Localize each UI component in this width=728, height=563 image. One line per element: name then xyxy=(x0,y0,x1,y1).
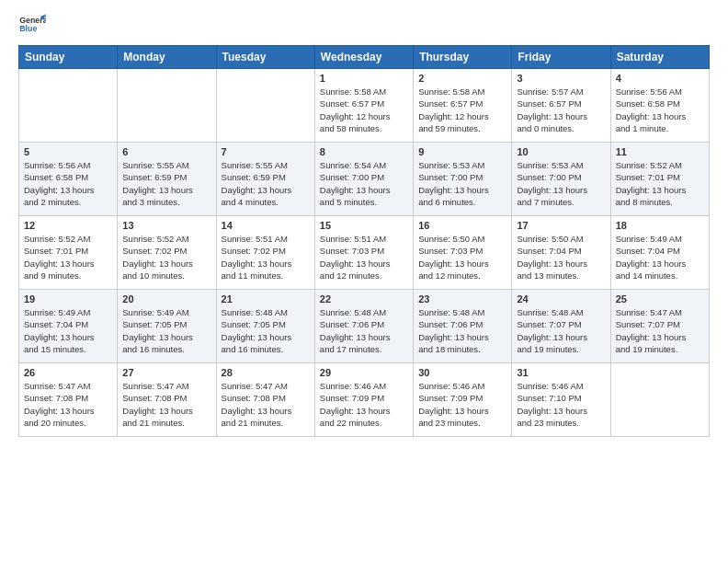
day-info: Sunrise: 5:52 AM Sunset: 7:02 PM Dayligh… xyxy=(122,233,210,282)
calendar-day: 11Sunrise: 5:52 AM Sunset: 7:01 PM Dayli… xyxy=(610,143,709,216)
day-info: Sunrise: 5:47 AM Sunset: 7:08 PM Dayligh… xyxy=(122,380,210,429)
day-info: Sunrise: 5:52 AM Sunset: 7:01 PM Dayligh… xyxy=(616,159,704,208)
day-info: Sunrise: 5:56 AM Sunset: 6:58 PM Dayligh… xyxy=(616,86,704,134)
day-number: 15 xyxy=(320,220,408,231)
calendar-day: 14Sunrise: 5:51 AM Sunset: 7:02 PM Dayli… xyxy=(216,216,314,290)
calendar-day: 23Sunrise: 5:48 AM Sunset: 7:06 PM Dayli… xyxy=(414,290,512,363)
calendar-day xyxy=(216,69,314,143)
weekday-header-monday: Monday xyxy=(118,46,216,69)
weekday-header-saturday: Saturday xyxy=(610,46,709,69)
logo-icon: General Blue xyxy=(18,14,46,34)
calendar-day: 4Sunrise: 5:56 AM Sunset: 6:58 PM Daylig… xyxy=(610,69,709,143)
day-number: 31 xyxy=(517,367,605,378)
day-info: Sunrise: 5:53 AM Sunset: 7:00 PM Dayligh… xyxy=(418,159,506,208)
calendar-day: 6Sunrise: 5:55 AM Sunset: 6:59 PM Daylig… xyxy=(118,143,216,216)
calendar-day: 9Sunrise: 5:53 AM Sunset: 7:00 PM Daylig… xyxy=(414,143,512,216)
weekday-header-tuesday: Tuesday xyxy=(216,46,314,69)
calendar-day: 21Sunrise: 5:48 AM Sunset: 7:05 PM Dayli… xyxy=(216,290,314,363)
calendar-week-4: 19Sunrise: 5:49 AM Sunset: 7:04 PM Dayli… xyxy=(19,290,710,363)
calendar-day: 31Sunrise: 5:46 AM Sunset: 7:10 PM Dayli… xyxy=(512,363,610,437)
weekday-header-wednesday: Wednesday xyxy=(314,46,413,69)
day-number: 16 xyxy=(418,220,506,231)
day-info: Sunrise: 5:51 AM Sunset: 7:02 PM Dayligh… xyxy=(222,233,310,282)
day-number: 22 xyxy=(320,293,408,304)
calendar-week-3: 12Sunrise: 5:52 AM Sunset: 7:01 PM Dayli… xyxy=(19,216,710,290)
day-info: Sunrise: 5:49 AM Sunset: 7:04 PM Dayligh… xyxy=(24,306,112,355)
calendar-day: 20Sunrise: 5:49 AM Sunset: 7:05 PM Dayli… xyxy=(118,290,216,363)
calendar-day: 8Sunrise: 5:54 AM Sunset: 7:00 PM Daylig… xyxy=(314,143,413,216)
day-number: 7 xyxy=(222,146,310,157)
calendar-day: 19Sunrise: 5:49 AM Sunset: 7:04 PM Dayli… xyxy=(19,290,118,363)
calendar-day: 25Sunrise: 5:47 AM Sunset: 7:07 PM Dayli… xyxy=(610,290,709,363)
day-number: 4 xyxy=(616,73,704,84)
page-container: General Blue SundayMondayTuesdayWednesda… xyxy=(0,0,728,451)
day-info: Sunrise: 5:46 AM Sunset: 7:09 PM Dayligh… xyxy=(320,380,408,429)
day-info: Sunrise: 5:47 AM Sunset: 7:08 PM Dayligh… xyxy=(24,380,112,429)
day-info: Sunrise: 5:48 AM Sunset: 7:07 PM Dayligh… xyxy=(517,306,605,355)
day-number: 12 xyxy=(24,220,112,231)
calendar-day: 3Sunrise: 5:57 AM Sunset: 6:57 PM Daylig… xyxy=(512,69,610,143)
calendar-day: 15Sunrise: 5:51 AM Sunset: 7:03 PM Dayli… xyxy=(314,216,413,290)
calendar-day xyxy=(610,363,709,437)
calendar-table: SundayMondayTuesdayWednesdayThursdayFrid… xyxy=(18,45,710,437)
calendar-day: 17Sunrise: 5:50 AM Sunset: 7:04 PM Dayli… xyxy=(512,216,610,290)
calendar-day: 30Sunrise: 5:46 AM Sunset: 7:09 PM Dayli… xyxy=(414,363,512,437)
day-info: Sunrise: 5:48 AM Sunset: 7:05 PM Dayligh… xyxy=(222,306,310,355)
day-number: 30 xyxy=(418,367,506,378)
day-number: 28 xyxy=(222,367,310,378)
day-info: Sunrise: 5:47 AM Sunset: 7:08 PM Dayligh… xyxy=(222,380,310,429)
calendar-day xyxy=(19,69,118,143)
day-info: Sunrise: 5:54 AM Sunset: 7:00 PM Dayligh… xyxy=(320,159,408,208)
calendar-day xyxy=(118,69,216,143)
day-info: Sunrise: 5:48 AM Sunset: 7:06 PM Dayligh… xyxy=(418,306,506,355)
day-number: 20 xyxy=(122,293,210,304)
day-number: 19 xyxy=(24,293,112,304)
day-info: Sunrise: 5:53 AM Sunset: 7:00 PM Dayligh… xyxy=(517,159,605,208)
calendar-day: 26Sunrise: 5:47 AM Sunset: 7:08 PM Dayli… xyxy=(19,363,118,437)
day-info: Sunrise: 5:58 AM Sunset: 6:57 PM Dayligh… xyxy=(418,86,506,134)
day-number: 25 xyxy=(616,293,704,304)
day-info: Sunrise: 5:50 AM Sunset: 7:04 PM Dayligh… xyxy=(517,233,605,282)
day-number: 23 xyxy=(418,293,506,304)
day-info: Sunrise: 5:51 AM Sunset: 7:03 PM Dayligh… xyxy=(320,233,408,282)
svg-marker-3 xyxy=(44,14,46,17)
day-info: Sunrise: 5:52 AM Sunset: 7:01 PM Dayligh… xyxy=(24,233,112,282)
day-number: 11 xyxy=(616,146,704,157)
day-number: 10 xyxy=(517,146,605,157)
calendar-day: 29Sunrise: 5:46 AM Sunset: 7:09 PM Dayli… xyxy=(314,363,413,437)
day-info: Sunrise: 5:55 AM Sunset: 6:59 PM Dayligh… xyxy=(222,159,310,208)
day-info: Sunrise: 5:47 AM Sunset: 7:07 PM Dayligh… xyxy=(616,306,704,355)
calendar-day: 5Sunrise: 5:56 AM Sunset: 6:58 PM Daylig… xyxy=(19,143,118,216)
day-number: 17 xyxy=(517,220,605,231)
day-number: 9 xyxy=(418,146,506,157)
calendar-day: 24Sunrise: 5:48 AM Sunset: 7:07 PM Dayli… xyxy=(512,290,610,363)
day-info: Sunrise: 5:58 AM Sunset: 6:57 PM Dayligh… xyxy=(320,86,408,134)
weekday-header-thursday: Thursday xyxy=(414,46,512,69)
calendar-day: 18Sunrise: 5:49 AM Sunset: 7:04 PM Dayli… xyxy=(610,216,709,290)
day-number: 14 xyxy=(222,220,310,231)
day-number: 21 xyxy=(222,293,310,304)
calendar-day: 13Sunrise: 5:52 AM Sunset: 7:02 PM Dayli… xyxy=(118,216,216,290)
day-number: 18 xyxy=(616,220,704,231)
calendar-day: 7Sunrise: 5:55 AM Sunset: 6:59 PM Daylig… xyxy=(216,143,314,216)
header: General Blue xyxy=(18,14,710,34)
day-number: 13 xyxy=(122,220,210,231)
day-number: 1 xyxy=(320,73,408,84)
day-info: Sunrise: 5:46 AM Sunset: 7:09 PM Dayligh… xyxy=(418,380,506,429)
day-number: 8 xyxy=(320,146,408,157)
logo: General Blue xyxy=(18,14,46,34)
calendar-day: 12Sunrise: 5:52 AM Sunset: 7:01 PM Dayli… xyxy=(19,216,118,290)
calendar-week-1: 1Sunrise: 5:58 AM Sunset: 6:57 PM Daylig… xyxy=(19,69,710,143)
weekday-header-row: SundayMondayTuesdayWednesdayThursdayFrid… xyxy=(19,46,710,69)
day-number: 27 xyxy=(122,367,210,378)
calendar-day: 10Sunrise: 5:53 AM Sunset: 7:00 PM Dayli… xyxy=(512,143,610,216)
calendar-week-2: 5Sunrise: 5:56 AM Sunset: 6:58 PM Daylig… xyxy=(19,143,710,216)
calendar-day: 2Sunrise: 5:58 AM Sunset: 6:57 PM Daylig… xyxy=(414,69,512,143)
day-number: 29 xyxy=(320,367,408,378)
day-info: Sunrise: 5:56 AM Sunset: 6:58 PM Dayligh… xyxy=(24,159,112,208)
calendar-day: 22Sunrise: 5:48 AM Sunset: 7:06 PM Dayli… xyxy=(314,290,413,363)
weekday-header-friday: Friday xyxy=(512,46,610,69)
day-info: Sunrise: 5:55 AM Sunset: 6:59 PM Dayligh… xyxy=(122,159,210,208)
calendar-day: 27Sunrise: 5:47 AM Sunset: 7:08 PM Dayli… xyxy=(118,363,216,437)
calendar-day: 16Sunrise: 5:50 AM Sunset: 7:03 PM Dayli… xyxy=(414,216,512,290)
